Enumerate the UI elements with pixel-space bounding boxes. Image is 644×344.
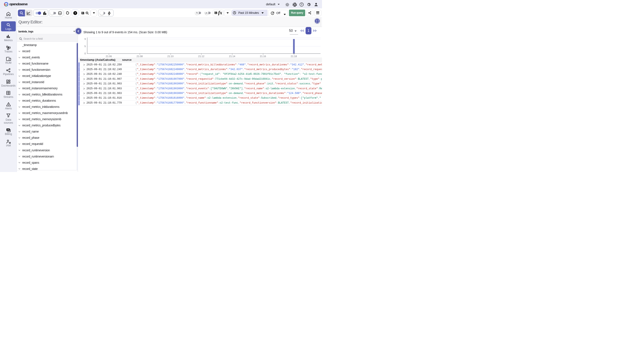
svg-text:?: ? (301, 3, 302, 6)
svg-text:SQL: SQL (59, 12, 62, 14)
svg-text:?: ? (74, 12, 76, 14)
